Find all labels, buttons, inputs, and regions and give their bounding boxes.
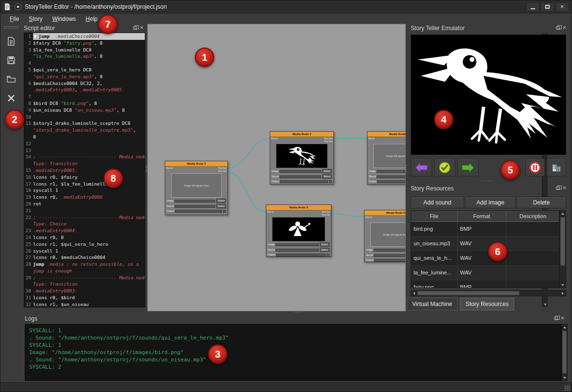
node-canvas[interactable]: Media Node 4Port InPort OutPort OutImage… <box>147 24 406 311</box>
node-select-button[interactable]: Select <box>322 174 332 179</box>
close-panel-icon[interactable]: × <box>563 25 566 30</box>
media-node[interactable]: Media Node 5Port InPort OutPort OutImage… <box>266 205 331 257</box>
add-image-button[interactable]: Add image <box>465 197 516 208</box>
editor-line[interactable]: 11$story1_drako_luminelle_sceptre DC8 <box>24 120 145 127</box>
editor-line[interactable]: 23.mediaEntry0004: <box>24 227 145 234</box>
editor-line[interactable]: 8$bird DC8 "bird.png", 8 <box>24 100 145 107</box>
emulator-accept-button[interactable] <box>434 159 455 176</box>
editor-line[interactable]: 5$qui_sera_le_hero DC8 <box>24 67 145 73</box>
tab-story-resources[interactable]: Story Resources <box>460 298 514 310</box>
maximize-button[interactable] <box>541 2 554 12</box>
scroll-down-icon[interactable] <box>562 375 567 380</box>
editor-line[interactable]: 15.mediaEntry0005: <box>24 167 145 174</box>
editor-line[interactable]: 31lcons r0, $bird <box>24 294 145 301</box>
editor-line[interactable]: 6$mediaChoice0004 DC32, 2, <box>24 80 145 87</box>
media-node[interactable]: Media Node 3Port InPort OutPort OutImage… <box>270 131 334 185</box>
resources-horizontal-scrollbar[interactable] <box>411 290 566 296</box>
editor-line[interactable]: .mediaEntry0003, .mediaEntry0005 <box>24 86 145 93</box>
editor-line[interactable]: Type: Choice <box>24 221 145 227</box>
editor-line[interactable]: 10 <box>24 114 145 120</box>
logs-header[interactable]: Logs × <box>25 314 567 323</box>
scrollbar-thumb[interactable] <box>560 217 565 266</box>
resource-row[interactable]: qui_sera_le_h...WAV <box>411 251 559 265</box>
editor-line[interactable]: jump is enough <box>24 268 145 274</box>
editor-line[interactable]: 30.mediaEntry0003: <box>24 288 145 294</box>
tab-virtual-machine[interactable]: Virtual Machine <box>407 298 458 310</box>
editor-line[interactable]: 8 <box>24 134 145 140</box>
emulator-pause-button[interactable] <box>525 159 545 176</box>
editor-line[interactable]: "la_fee_luminelle.mp3", 8 <box>24 53 145 60</box>
close-button[interactable]: × <box>555 2 569 12</box>
scroll-up-icon[interactable] <box>560 211 566 216</box>
resources-header[interactable]: Story Resources × <box>411 184 570 193</box>
editor-line[interactable]: Type: Transition <box>24 281 145 288</box>
float-panel-icon[interactable] <box>133 26 137 30</box>
editor-line[interactable]: 2$fairy DC8 "fairy.png", 8 <box>24 40 145 47</box>
scroll-right-icon[interactable] <box>560 290 566 296</box>
column-header[interactable]: File <box>411 211 457 222</box>
editor-line[interactable]: 19lcons r0, .mediaEntry0006 <box>24 194 145 201</box>
node-select-button[interactable]: Select <box>320 242 329 247</box>
editor-line[interactable]: 9$un_oiseau DC8 "un_oiseau.mp3", 8 <box>24 107 145 114</box>
emulator-forward-button[interactable] <box>457 159 479 176</box>
emulator-home-button[interactable] <box>547 159 566 176</box>
script-editor-body[interactable]: 1jump .mediaChoice00042$fairy DC8 "fairy… <box>24 33 145 307</box>
emulator-back-button[interactable] <box>411 159 432 176</box>
resource-row[interactable]: fairy.pngBMP <box>411 280 559 288</box>
splitter-handle[interactable] <box>293 311 302 313</box>
editor-line[interactable]: 4 <box>24 60 145 67</box>
editor-line[interactable]: 3$la_fee_luminelle DC8 <box>24 47 145 53</box>
editor-line[interactable]: 16lcons r0, $fairy <box>24 174 145 181</box>
editor-line[interactable]: 1jump .mediaChoice0004 <box>24 33 145 40</box>
emulator-header[interactable]: Story Teller Emulator × <box>411 24 570 33</box>
media-node[interactable]: Media Node 2Port InPort OutPort OutImage… <box>367 131 406 185</box>
save-icon[interactable] <box>5 54 17 67</box>
minimize-button[interactable] <box>526 2 539 12</box>
add-sound-button[interactable]: Add sound <box>411 197 464 208</box>
logs-content[interactable]: SYSCALL: 1, Sound: "/home/anthony/ostpro… <box>25 324 561 381</box>
media-node[interactable]: Media Node 6Port InPort OutPort OutImage… <box>364 210 406 262</box>
resources-table[interactable]: FileFormatDescription bird.pngBMPun_oise… <box>411 210 559 288</box>
editor-line[interactable]: 14; ---------------------------- Media n… <box>24 153 145 160</box>
resource-row[interactable]: la_fee_lumine...WAV <box>411 265 559 280</box>
float-panel-icon[interactable] <box>556 26 560 30</box>
editor-line[interactable]: 13 <box>24 147 145 154</box>
editor-line[interactable]: 17lcons r1, $la_fee_luminelle <box>24 181 145 187</box>
resize-grip[interactable] <box>564 385 570 391</box>
node-select-button[interactable]: Select <box>216 204 226 208</box>
resource-row[interactable]: bird.pngBMP <box>411 222 559 236</box>
float-panel-icon[interactable] <box>556 187 560 190</box>
editor-line[interactable]: 12 <box>24 140 145 147</box>
open-folder-icon[interactable] <box>5 73 17 85</box>
column-header[interactable]: Format <box>457 211 506 222</box>
delete-resource-button[interactable]: Delete <box>517 197 566 208</box>
scrollbar-thumb[interactable] <box>562 331 567 374</box>
menu-windows[interactable]: Windows <box>48 15 80 23</box>
editor-line[interactable]: 18syscall 1 <box>24 187 145 194</box>
close-panel-icon[interactable]: × <box>140 25 143 30</box>
editor-line[interactable]: 20ret <box>24 201 145 207</box>
resources-vertical-scrollbar[interactable] <box>559 210 566 288</box>
node-select-button[interactable]: Select <box>322 169 332 173</box>
resource-row[interactable]: un_oiseau.mp3WAV <box>411 236 559 251</box>
new-script-button[interactable] <box>5 35 17 48</box>
editor-line[interactable]: 22; ---------------------------- Media n… <box>24 214 145 221</box>
column-header[interactable]: Description <box>506 211 559 222</box>
close-panel-icon[interactable]: × <box>561 316 564 321</box>
titlebar[interactable]: StoryTeller Editor - /home/anthony/ostpr… <box>0 0 572 14</box>
splitter-handle[interactable] <box>146 165 147 172</box>
editor-line[interactable]: 28jump .media ; no return possible, so a <box>24 261 145 268</box>
editor-line[interactable]: "qui_sera_le_hero.mp3", 8 <box>24 73 145 80</box>
float-panel-icon[interactable] <box>554 317 558 320</box>
close-panel-icon[interactable]: × <box>563 186 566 190</box>
delete-script-icon[interactable] <box>5 92 17 104</box>
toolbar-handle[interactable] <box>3 26 19 29</box>
script-editor-header[interactable]: Script editor × <box>24 24 145 33</box>
editor-line[interactable]: 7 <box>24 93 145 100</box>
editor-line[interactable]: 25lcons r1, $qui_sera_le_hero <box>24 241 145 248</box>
editor-line[interactable]: 26syscall 1 <box>24 248 145 255</box>
editor-line[interactable]: 24lcons r0, 0 <box>24 234 145 241</box>
scroll-left-icon[interactable] <box>411 290 417 296</box>
editor-line[interactable]: "story1_drako_luminelle_sceptre.mp3", <box>24 127 145 134</box>
scroll-down-icon[interactable] <box>560 282 566 288</box>
